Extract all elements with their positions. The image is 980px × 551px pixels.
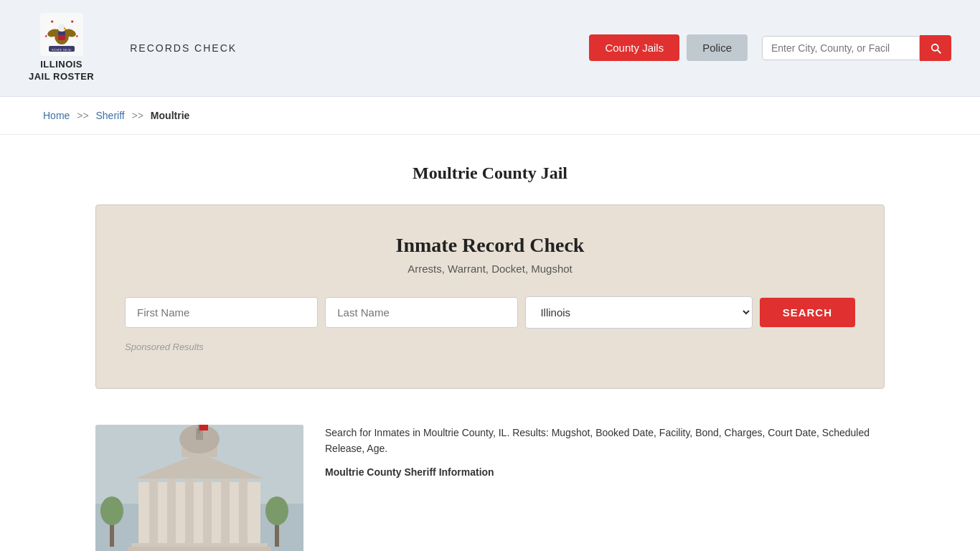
main-content: Moultrie County Jail Inmate Record Check… bbox=[0, 135, 980, 551]
first-name-input[interactable] bbox=[125, 297, 318, 328]
header-search-input[interactable] bbox=[762, 36, 920, 60]
breadcrumb-sep1: >> bbox=[77, 110, 88, 121]
panel-title: Inmate Record Check bbox=[125, 234, 855, 257]
breadcrumb-sheriff[interactable]: Sheriff bbox=[96, 110, 125, 121]
logo-icon: ★ ★ ★ ★ STATE SEAL bbox=[40, 13, 83, 56]
svg-point-3 bbox=[58, 24, 65, 31]
svg-rect-19 bbox=[167, 475, 176, 543]
logo-text: ILLINOIS JAIL ROSTER bbox=[29, 59, 94, 83]
header-right: County Jails Police bbox=[589, 34, 951, 61]
logo-link[interactable]: ★ ★ ★ ★ STATE SEAL ILLINOIS JAIL ROSTER bbox=[29, 13, 94, 83]
search-icon bbox=[929, 42, 942, 55]
breadcrumb-sep2: >> bbox=[132, 110, 143, 121]
breadcrumb-current: Moultrie bbox=[151, 110, 189, 121]
svg-point-31 bbox=[100, 496, 123, 525]
police-button[interactable]: Police bbox=[687, 34, 748, 61]
record-check-panel: Inmate Record Check Arrests, Warrant, Do… bbox=[95, 204, 885, 389]
header: ★ ★ ★ ★ STATE SEAL ILLINOIS JAIL ROSTER … bbox=[0, 0, 980, 97]
state-select[interactable]: AlabamaAlaskaArizonaArkansasCaliforniaCo… bbox=[525, 296, 752, 329]
breadcrumb-home[interactable]: Home bbox=[43, 110, 70, 121]
svg-text:★: ★ bbox=[70, 19, 74, 24]
header-search-bar bbox=[762, 35, 951, 61]
info-text: Search for Inmates in Moultrie County, I… bbox=[325, 425, 885, 551]
courthouse-illustration bbox=[95, 425, 303, 551]
svg-rect-8 bbox=[58, 32, 65, 35]
search-submit-button[interactable]: SEARCH bbox=[760, 298, 855, 327]
svg-rect-22 bbox=[221, 475, 230, 543]
info-description: Search for Inmates in Moultrie County, I… bbox=[325, 425, 885, 457]
county-jails-button[interactable]: County Jails bbox=[589, 34, 679, 61]
svg-rect-34 bbox=[198, 425, 199, 433]
inmate-search-form: AlabamaAlaskaArizonaArkansasCaliforniaCo… bbox=[125, 296, 855, 329]
svg-rect-18 bbox=[149, 475, 158, 543]
page-title: Moultrie County Jail bbox=[43, 164, 937, 183]
header-search-button[interactable] bbox=[920, 35, 951, 61]
last-name-input[interactable] bbox=[325, 297, 518, 328]
svg-rect-23 bbox=[239, 475, 248, 543]
building-image bbox=[95, 425, 303, 551]
svg-rect-29 bbox=[128, 547, 271, 551]
svg-rect-21 bbox=[203, 475, 212, 543]
records-check-label: RECORDS CHECK bbox=[130, 42, 237, 54]
svg-point-33 bbox=[265, 496, 288, 525]
breadcrumb: Home >> Sheriff >> Moultrie bbox=[0, 97, 980, 135]
svg-rect-35 bbox=[199, 425, 208, 430]
panel-subtitle: Arrests, Warrant, Docket, Mugshot bbox=[125, 263, 855, 275]
svg-text:★: ★ bbox=[50, 19, 54, 24]
info-subheading: Moultrie County Sheriff Information bbox=[325, 464, 885, 480]
lower-section: Search for Inmates in Moultrie County, I… bbox=[95, 410, 885, 551]
sponsored-label: Sponsored Results bbox=[125, 342, 855, 352]
svg-text:STATE SEAL: STATE SEAL bbox=[51, 48, 71, 52]
svg-rect-20 bbox=[185, 475, 194, 543]
